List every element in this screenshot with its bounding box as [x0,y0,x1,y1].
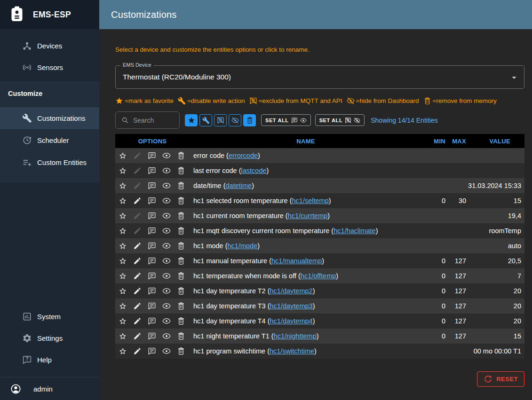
entity-shortname-link[interactable]: hc1/seltemp [292,197,329,204]
sidebar-user[interactable]: admin [0,377,99,400]
entity-shortname-link[interactable]: lastcode [241,167,267,174]
filter-hidden-button[interactable] [229,114,241,126]
visibility-toggle[interactable] [162,347,171,355]
visibility-toggle[interactable] [162,227,171,235]
entity-shortname-link[interactable]: hc1/mode [228,242,258,250]
entity-shortname-link[interactable]: hc1/currtemp [288,212,328,220]
entity-shortname-link[interactable]: errorcode [229,152,258,159]
ems-device-select[interactable]: EMS Device Thermostat (RC20/Moduline 300… [115,65,524,89]
visibility-toggle[interactable] [162,151,171,160]
rename-button[interactable] [133,242,142,250]
remove-memory-toggle[interactable] [177,287,185,295]
remove-memory-toggle[interactable] [177,151,185,160]
sidebar-item-settings[interactable]: Settings [0,327,99,349]
remove-memory-toggle[interactable] [177,242,185,250]
favorite-toggle[interactable] [119,227,127,235]
sidebar-item-custom-entities[interactable]: Custom Entities [0,151,99,173]
remove-memory-toggle[interactable] [177,196,185,205]
remove-memory-toggle[interactable] [177,302,185,310]
exclude-mqtt-toggle[interactable] [148,272,156,280]
visibility-toggle[interactable] [162,212,171,220]
entity-shortname-link[interactable]: hc1/switchtime [270,347,314,355]
rename-button[interactable] [133,287,142,295]
exclude-mqtt-toggle[interactable] [148,287,156,295]
rename-button[interactable] [133,302,142,310]
exclude-mqtt-toggle[interactable] [148,212,156,220]
exclude-mqtt-toggle[interactable] [148,166,156,175]
entity-shortname-link[interactable]: hc1/daytemp4 [270,317,313,325]
remove-memory-toggle[interactable] [177,227,185,235]
favorite-toggle[interactable] [119,212,127,220]
entity-shortname-link[interactable]: hc1/haclimate [333,227,375,235]
favorite-toggle[interactable] [119,272,127,280]
visibility-toggle[interactable] [162,257,171,265]
favorite-toggle[interactable] [119,332,127,340]
entity-shortname-link[interactable]: datetime [226,182,252,189]
remove-memory-toggle[interactable] [177,347,185,355]
rename-button[interactable] [133,332,142,340]
exclude-mqtt-toggle[interactable] [148,196,156,205]
remove-memory-toggle[interactable] [177,181,185,190]
visibility-toggle[interactable] [162,287,171,295]
rename-button[interactable] [133,272,142,280]
exclude-mqtt-toggle[interactable] [148,257,156,265]
entity-shortname-link[interactable]: hc1/nighttemp [274,332,317,340]
visibility-toggle[interactable] [162,181,171,190]
search-input[interactable] [132,116,174,125]
favorite-toggle[interactable] [119,317,127,325]
sidebar-item-scheduler[interactable]: Scheduler [0,129,99,151]
favorite-toggle[interactable] [119,257,127,265]
entity-shortname-link[interactable]: hc1/manualtemp [271,257,322,265]
filter-removed-button[interactable] [243,114,256,126]
remove-memory-toggle[interactable] [177,332,185,340]
filter-excluded-mqtt-button[interactable] [214,114,227,126]
visibility-toggle[interactable] [162,317,171,325]
visibility-toggle[interactable] [162,196,171,205]
exclude-mqtt-toggle[interactable] [148,181,156,190]
sidebar-item-system[interactable]: System [0,306,99,327]
filter-disabled-write-button[interactable] [199,114,212,126]
sidebar-item-sensors[interactable]: Sensors [0,56,99,78]
favorite-toggle[interactable] [119,347,127,355]
sidebar-item-customizations[interactable]: Customizations [0,107,99,129]
exclude-mqtt-toggle[interactable] [148,302,156,310]
rename-button[interactable] [133,151,142,160]
exclude-mqtt-toggle[interactable] [148,151,156,160]
remove-memory-toggle[interactable] [177,166,185,175]
rename-button[interactable] [133,227,142,235]
reset-button[interactable]: RESET [477,371,524,387]
rename-button[interactable] [133,257,142,265]
visibility-toggle[interactable] [162,166,171,175]
favorite-toggle[interactable] [119,242,127,250]
visibility-toggle[interactable] [162,332,171,340]
rename-button[interactable] [133,317,142,325]
favorite-toggle[interactable] [119,302,127,310]
entity-shortname-link[interactable]: hc1/daytemp3 [270,302,313,310]
visibility-toggle[interactable] [162,242,171,250]
set-all-show-button[interactable]: SET ALL [261,114,311,126]
visibility-toggle[interactable] [162,302,171,310]
entity-shortname-link[interactable]: hc1/daytemp2 [270,287,313,295]
entity-shortname-link[interactable]: hc1/offtemp [301,272,336,280]
filter-favorites-button[interactable] [185,114,198,126]
rename-button[interactable] [133,212,142,220]
favorite-toggle[interactable] [119,196,127,205]
rename-button[interactable] [133,181,142,190]
remove-memory-toggle[interactable] [177,257,185,265]
exclude-mqtt-toggle[interactable] [148,317,156,325]
rename-button[interactable] [133,196,142,205]
sidebar-item-help[interactable]: ?Help [0,349,99,370]
remove-memory-toggle[interactable] [177,212,185,220]
exclude-mqtt-toggle[interactable] [148,332,156,340]
remove-memory-toggle[interactable] [177,272,185,280]
sidebar-item-devices[interactable]: Devices [0,35,99,56]
rename-button[interactable] [133,166,142,175]
rename-button[interactable] [133,347,142,355]
exclude-mqtt-toggle[interactable] [148,347,156,355]
remove-memory-toggle[interactable] [177,317,185,325]
visibility-toggle[interactable] [162,272,171,280]
set-all-hide-button[interactable]: SET ALL [315,114,365,126]
favorite-toggle[interactable] [119,181,127,190]
exclude-mqtt-toggle[interactable] [148,227,156,235]
favorite-toggle[interactable] [119,287,127,295]
